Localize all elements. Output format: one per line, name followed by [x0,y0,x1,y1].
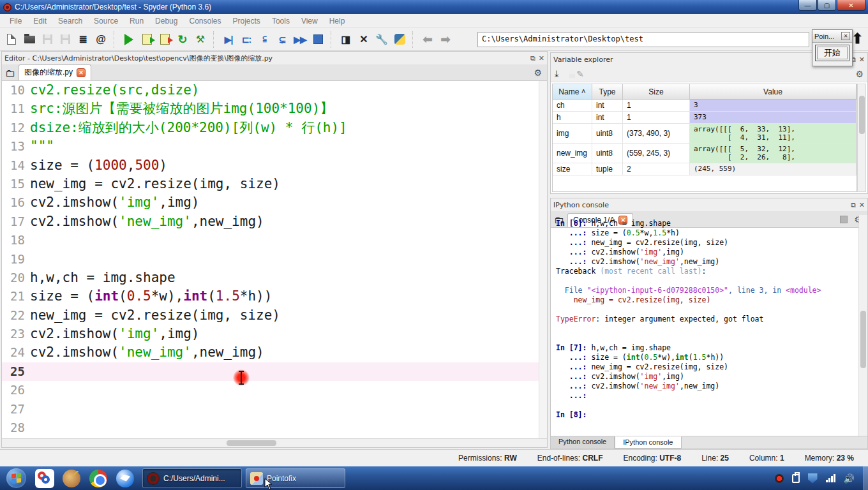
browse-tabs-icon[interactable]: 🗀 [2,66,19,80]
save-data-as-icon[interactable]: ✎ [576,69,584,79]
bottom-tab-python-console[interactable]: Python console [551,436,615,449]
menu-item-consoles[interactable]: Consoles [183,17,227,26]
cell-size: (559, 245, 3) [623,144,690,163]
line-number: 16 [2,193,30,212]
maximize-pane-icon[interactable]: ◨ [337,31,355,48]
column-header-type[interactable]: Type [592,84,623,99]
step-return-icon[interactable]: ⊊ [273,31,291,48]
quicklaunch-paint-icon[interactable] [62,469,81,488]
code-token: dsize:缩放到的大小(200*200)[列(w) * 行(h)] [30,120,347,135]
minimize-button[interactable]: — [798,0,817,11]
network-signal-icon[interactable] [826,474,835,482]
stop-debug-icon[interactable] [309,31,327,48]
save-icon[interactable] [38,31,56,48]
debug-file-icon[interactable]: ▶| [220,31,237,48]
scrollbar-thumb[interactable] [227,440,276,446]
menu-item-view[interactable]: View [296,17,324,26]
editor-options-icon[interactable]: ⚙ [534,68,547,80]
variable-explorer-options-icon[interactable]: ⚙ [855,69,864,79]
code-line: 11src:源图片【需要被缩放的图片img(100*100)】 [2,100,547,118]
open-file-icon[interactable] [20,31,38,48]
line-number: 19 [2,250,30,269]
console-token: cv2.imshow( [591,257,640,266]
run-cell-advance-icon[interactable] [156,31,174,48]
table-row[interactable]: sizetuple2(245, 559) [553,163,857,175]
editor-vertical-scrollbar[interactable] [539,81,547,438]
table-row[interactable]: chint13 [553,100,857,112]
bottom-tab-ipython-console[interactable]: IPython console [615,436,681,449]
undock-icon[interactable]: ⧉ [851,201,856,209]
table-row[interactable]: new_imguint8(559, 245, 3)array([[[ 5, 32… [553,144,857,163]
maximize-button[interactable]: ▢ [818,0,836,11]
quicklaunch-browser-icon[interactable] [116,469,135,488]
quicklaunch-chrome-icon[interactable] [89,469,108,488]
menu-item-projects[interactable]: Projects [227,17,266,26]
code-editor[interactable]: 10cv2.resize(src,dsize)11src:源图片【需要被缩放的图… [2,81,547,438]
parent-dir-icon[interactable]: ⬆ [851,31,863,47]
step-over-icon[interactable]: ⊏: [237,31,255,48]
editor-horizontal-scrollbar[interactable] [2,438,547,447]
import-data-icon[interactable]: ⤓ [555,68,558,79]
volume-icon[interactable]: 🔊 [844,473,855,484]
scrollbar-thumb[interactable] [860,311,866,368]
menu-item-help[interactable]: Help [324,17,351,26]
table-row[interactable]: hint1373 [553,112,857,124]
code-token: ( [119,288,127,304]
python-icon[interactable] [391,31,408,48]
console-token: ...: [556,362,591,371]
pointofix-start-button[interactable]: 开始 [815,45,849,61]
column-header-size[interactable]: Size [623,84,690,99]
taskbar-spyder-button[interactable]: C:/Users/Admini... [142,468,242,488]
start-button-icon[interactable] [6,468,26,488]
variables-scrollbar[interactable] [857,84,866,192]
working-directory-input[interactable]: C:\Users\Administrator\Desktop\test [477,32,809,47]
back-icon[interactable]: ⬅ [419,31,437,48]
close-tab-icon[interactable]: ✕ [77,68,86,77]
window-title: C:/Users/Administrator/Desktop/test - Sp… [15,3,211,11]
cell-value: array([[[ 5, 32, 12], [ 2, 26, 8], [690,144,857,163]
menu-item-debug[interactable]: Debug [149,17,183,26]
code-token: size = ( [30,158,94,173]
scrollbar-thumb[interactable] [859,96,865,134]
continue-icon[interactable]: ▶▶ [291,31,309,48]
pointofix-close-icon[interactable]: ✕ [841,32,850,40]
show-desktop-button[interactable] [864,466,868,490]
console-line [556,276,858,286]
forward-icon[interactable]: ➡ [437,31,454,48]
console-output[interactable]: In [6]: h,w,ch = img.shape ...: size = (… [551,215,858,436]
run-icon[interactable] [120,31,138,48]
preferences-icon[interactable]: 🔧 [373,31,391,48]
menu-item-tools[interactable]: Tools [266,17,296,26]
symbol-finder-icon[interactable]: @ [92,31,110,48]
close-pane-icon[interactable]: ✕ [539,54,544,63]
step-into-icon[interactable]: ⫅ [255,31,273,48]
shield-icon[interactable] [808,473,818,484]
save-all-icon[interactable] [56,31,74,48]
close-pane-icon[interactable]: ✕ [859,201,865,209]
code-text: size = (1000,500) [30,156,167,175]
clipboard-icon[interactable] [792,474,800,483]
record-icon[interactable] [775,474,784,483]
run-cell-icon[interactable] [138,31,156,48]
table-row[interactable]: imguint8(373, 490, 3)array([[[ 6, 33, 13… [553,124,857,144]
column-header-value[interactable]: Value [690,84,857,99]
taskbar-pointofix-button[interactable]: Pointofix [246,468,345,488]
column-header-name[interactable]: Name ˄ [553,84,592,99]
close-button[interactable]: ✕ [837,0,865,11]
editor-tab[interactable]: 图像的缩放.py ✕ [19,64,91,80]
rerun-cell-icon[interactable]: ↻ [174,31,191,48]
menu-item-source[interactable]: Source [88,17,124,26]
quicklaunch-remote-icon[interactable] [35,469,54,488]
line-number: 13 [2,137,30,156]
run-config-icon[interactable]: ⚒ [191,31,209,48]
menu-item-file[interactable]: File [4,17,27,26]
close-pane-icon[interactable]: ✕ [859,56,865,64]
file-switcher-icon[interactable]: ≣ [74,31,92,48]
new-file-icon[interactable] [3,31,20,48]
menu-item-run[interactable]: Run [124,17,149,26]
menu-item-edit[interactable]: Edit [27,17,52,26]
fullscreen-icon[interactable]: ✕ [355,31,373,48]
menu-item-search[interactable]: Search [52,17,88,26]
console-scrollbar[interactable] [858,215,867,436]
undock-icon[interactable]: ⧉ [530,54,535,63]
